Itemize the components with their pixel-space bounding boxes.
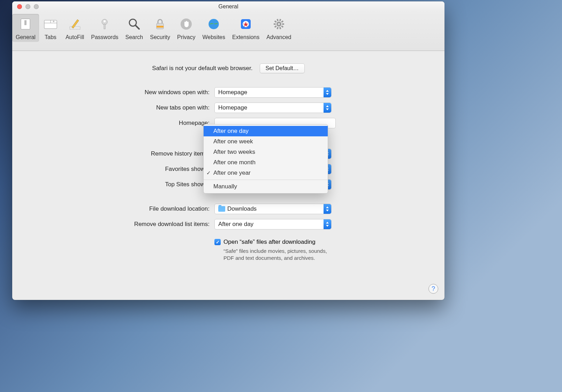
svg-line-31 [280,19,281,21]
tab-label: Search [126,34,143,40]
window-title: General [12,3,445,10]
chevron-updown-icon [324,219,331,229]
tab-passwords[interactable]: Passwords [88,14,122,42]
globe-icon [206,16,222,32]
svg-line-29 [275,21,276,22]
svg-line-27 [275,26,276,27]
svg-point-9 [104,20,106,22]
folder-icon [218,206,225,212]
svg-point-33 [278,23,280,25]
puzzle-icon [238,16,254,32]
svg-line-24 [281,26,283,27]
tab-privacy[interactable]: Privacy [174,14,199,42]
remove-download-label: Remove download list items: [26,221,214,228]
preferences-window: General General+TabsAutoFillPasswordsSea… [12,1,445,300]
tab-label: Extensions [232,34,259,40]
tabs-icon: + [43,16,59,32]
top-sites-label: Top Sites shows: [26,181,214,188]
minimize-button[interactable] [25,4,30,9]
preferences-toolbar: General+TabsAutoFillPasswordsSearchSecur… [12,12,445,51]
menu-item[interactable]: Manually [204,181,328,192]
tab-label: Security [150,34,170,40]
favorites-label: Favorites shows: [26,166,214,173]
menu-item[interactable]: After one day [204,126,328,136]
new-tabs-popup[interactable]: Homepage [214,103,332,113]
new-tabs-label: New tabs open with: [26,104,214,111]
tab-search[interactable]: Search [122,14,147,42]
open-safe-note: “Safe” files include movies, pictures, s… [214,248,329,262]
tab-label: Privacy [177,34,195,40]
svg-rect-1 [24,20,26,25]
tab-label: Websites [202,34,225,40]
gear-icon [271,16,287,32]
magnifier-icon [126,16,142,32]
tab-extensions[interactable]: Extensions [229,14,263,42]
svg-text:+: + [53,20,55,23]
titlebar: General [12,1,445,12]
key-icon [97,16,113,32]
tab-autofill[interactable]: AutoFill [62,14,88,42]
open-safe-label: Open “safe” files after downloading [223,239,316,246]
set-default-button[interactable]: Set Default… [260,63,305,73]
svg-line-32 [281,21,283,22]
help-button[interactable]: ? [428,284,438,294]
remove-history-label: Remove history items: [26,150,214,157]
window-controls [12,4,39,9]
chevron-updown-icon [324,204,331,214]
menu-item[interactable]: After one month [204,157,328,168]
remove-history-menu: After one dayAfter one weekAfter two wee… [203,124,328,194]
homepage-label: Homepage: [26,120,214,127]
pencil-icon [67,16,83,32]
tab-advanced[interactable]: Advanced [263,14,295,42]
svg-marker-7 [72,20,79,28]
tab-websites[interactable]: Websites [199,14,229,42]
tab-label: Tabs [45,34,56,40]
svg-line-25 [280,27,281,29]
svg-rect-14 [157,26,164,28]
open-safe-checkbox[interactable]: ✓ [214,239,221,245]
general-pane: Safari is not your default web browser. … [12,51,445,277]
padlock-icon [152,16,168,32]
tab-label: Passwords [91,34,118,40]
tab-tabs[interactable]: +Tabs [39,14,62,42]
tab-security[interactable]: Security [146,14,174,42]
tab-label: General [16,34,36,40]
menu-item[interactable]: ✓After one year [204,168,328,178]
close-button[interactable] [17,4,22,9]
menu-item[interactable]: After one week [204,136,328,147]
remove-download-popup[interactable]: After one day [214,219,332,229]
svg-line-26 [277,27,278,29]
zoom-button[interactable] [34,4,39,9]
new-windows-label: New windows open with: [26,89,214,96]
tab-general[interactable]: General [12,14,39,42]
download-location-label: File download location: [26,205,214,212]
svg-line-12 [136,25,139,29]
chevron-updown-icon [324,103,331,113]
svg-rect-10 [104,24,105,29]
download-location-popup[interactable]: Downloads [214,204,332,214]
default-browser-message: Safari is not your default web browser. [152,65,252,72]
svg-rect-6 [70,27,80,29]
new-windows-popup[interactable]: Homepage [214,87,332,98]
switch-icon [17,16,33,32]
chevron-updown-icon [324,88,331,97]
menu-item[interactable]: After two weeks [204,147,328,157]
svg-line-30 [277,19,278,21]
check-icon: ✓ [206,170,211,176]
tab-label: Advanced [266,34,291,40]
hand-icon [178,16,194,32]
tab-label: AutoFill [66,34,84,40]
menu-separator [204,180,328,180]
